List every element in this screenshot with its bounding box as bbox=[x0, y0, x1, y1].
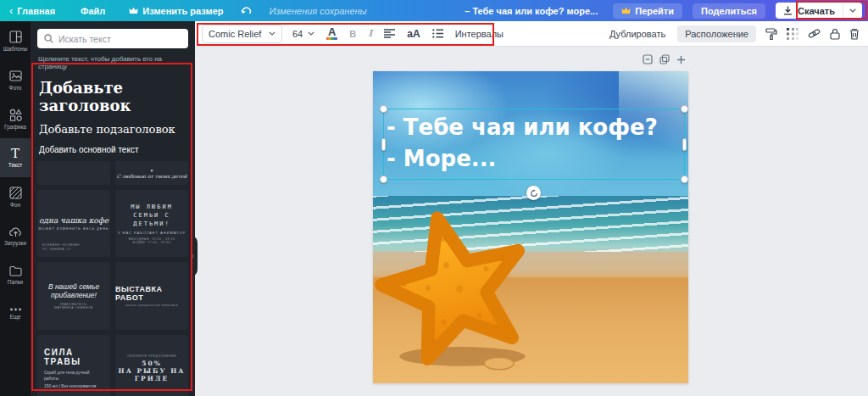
resize-handle-ne[interactable] bbox=[681, 105, 688, 113]
chevron-down-icon bbox=[849, 8, 856, 13]
document-title[interactable]: – Тебе чая или кофе? море... bbox=[465, 6, 598, 16]
text-template-card[interactable]: МЫ ЛЮБИМ СЕМЬИ С ДЕТЬМИ! У НАС РАБОТАЕТ … bbox=[115, 190, 188, 257]
sidebar-rail: Шаблоны Фото Графика T Текст Фон Загрузк… bbox=[0, 21, 31, 396]
search-box[interactable] bbox=[37, 29, 188, 48]
text-template-card[interactable]: В нашей семье прибавление! ЗНАКОМЬТЕСЬ, … bbox=[37, 262, 110, 330]
duplicate-button[interactable]: Дублировать bbox=[609, 29, 665, 39]
starfish-graphic bbox=[373, 203, 543, 377]
resize-handle-e[interactable] bbox=[682, 138, 687, 151]
chevron-down-icon bbox=[308, 31, 314, 36]
search-input[interactable] bbox=[58, 34, 169, 44]
link-icon bbox=[808, 28, 821, 39]
rotate-handle[interactable] bbox=[526, 186, 541, 200]
text-color-button[interactable]: A bbox=[326, 27, 337, 40]
back-chevron-icon: ‹ bbox=[9, 4, 13, 17]
page-actions bbox=[643, 54, 686, 64]
sidebar-item-more[interactable]: Еще bbox=[0, 294, 31, 333]
sidebar-item-folders[interactable]: Папки bbox=[0, 255, 31, 294]
link-button[interactable] bbox=[808, 28, 821, 39]
file-menu[interactable]: Файл bbox=[81, 6, 105, 16]
text-template-card[interactable] bbox=[37, 161, 110, 185]
delete-button[interactable] bbox=[849, 28, 860, 40]
chevron-down-icon bbox=[269, 31, 275, 36]
resize-handle-se[interactable] bbox=[681, 176, 688, 183]
duplicate-page-icon[interactable] bbox=[659, 54, 670, 64]
font-size-value: 64 bbox=[292, 29, 303, 39]
sidebar-item-templates[interactable]: Шаблоны bbox=[0, 21, 31, 60]
resize-label: Изменить размер bbox=[142, 6, 223, 16]
download-button[interactable]: Скачать bbox=[776, 3, 862, 19]
text-icon: T bbox=[11, 148, 19, 159]
crown-icon bbox=[129, 7, 138, 14]
download-options-button[interactable] bbox=[843, 3, 862, 19]
lock-icon bbox=[830, 28, 840, 40]
text-template-card[interactable]: ВЫСТАВКА РАБОТ школы акварельной живопис… bbox=[115, 262, 188, 330]
text-template-card[interactable]: СИЛА ТРАВЫ Скраб для тела ручной работы … bbox=[37, 335, 110, 396]
add-subheading-item[interactable]: Добавьте подзаголовок bbox=[39, 123, 186, 136]
background-icon bbox=[9, 187, 22, 199]
transparency-button[interactable] bbox=[787, 28, 798, 40]
font-family-select[interactable]: Comic Relief bbox=[202, 25, 282, 43]
canva-editor: ‹ Главная Файл Изменить размер Изменения… bbox=[0, 0, 868, 396]
text-template-card[interactable]: одна чашка кофе МОЖЕТ ИЗМЕНИТЬ ВЕСЬ ДЕНЬ… bbox=[37, 190, 110, 257]
graphics-icon bbox=[9, 109, 22, 121]
share-button[interactable]: Поделиться bbox=[693, 3, 765, 19]
bold-button[interactable]: B bbox=[349, 29, 356, 39]
sidebar-item-uploads[interactable]: Загрузки bbox=[0, 216, 31, 255]
list-button[interactable] bbox=[432, 29, 443, 38]
transparency-icon bbox=[787, 28, 798, 40]
crown-icon bbox=[621, 7, 631, 14]
selection-box bbox=[383, 109, 685, 180]
resize-handle-w[interactable] bbox=[381, 138, 386, 151]
download-icon bbox=[783, 6, 793, 15]
topbar: ‹ Главная Файл Изменить размер Изменения… bbox=[0, 0, 868, 21]
text-case-button[interactable]: aA bbox=[407, 28, 420, 40]
text-template-card[interactable]: ♥ С любовью от твоих детей bbox=[115, 161, 188, 185]
rainbow-bar bbox=[326, 37, 337, 40]
collapse-panel-button[interactable]: ‹ bbox=[188, 236, 198, 276]
go-label: Перейти bbox=[635, 6, 674, 16]
rotate-icon bbox=[530, 189, 538, 198]
notes-icon[interactable] bbox=[643, 54, 653, 64]
add-bodytext-item[interactable]: Добавить основной текст bbox=[39, 145, 186, 154]
copy-style-button[interactable] bbox=[765, 28, 777, 40]
text-template-grid: ♥ С любовью от твоих детей одна чашка ко… bbox=[37, 161, 188, 396]
italic-button[interactable]: I bbox=[368, 28, 372, 39]
text-color-icon: A bbox=[328, 27, 336, 36]
sidebar-item-text[interactable]: T Текст bbox=[0, 138, 31, 177]
uploads-icon bbox=[9, 226, 22, 237]
share-label: Поделиться bbox=[701, 6, 757, 16]
resize-handle-nw[interactable] bbox=[380, 105, 387, 113]
undo-icon bbox=[240, 6, 252, 16]
position-button[interactable]: Расположение bbox=[677, 25, 756, 42]
sidebar-item-photos[interactable]: Фото bbox=[0, 60, 31, 99]
align-left-icon bbox=[384, 29, 395, 38]
text-toolbar: Comic Relief 64 A B I aA Интервалы Дубли… bbox=[195, 21, 868, 47]
sidebar-item-graphics[interactable]: Графика bbox=[0, 99, 31, 138]
resize-handle-sw[interactable] bbox=[380, 176, 387, 183]
paint-roller-icon bbox=[765, 28, 777, 40]
collapse-chevron-icon: ‹ bbox=[192, 252, 194, 260]
file-label: Файл bbox=[81, 6, 105, 16]
add-heading-item[interactable]: Добавьте заголовок bbox=[39, 79, 186, 114]
more-icon bbox=[9, 308, 22, 311]
text-panel: Щелкните текст, чтобы добавить его на ст… bbox=[31, 21, 195, 396]
trash-icon bbox=[849, 28, 860, 40]
font-size-select[interactable]: 64 bbox=[292, 29, 314, 39]
sidebar-item-background[interactable]: Фон bbox=[0, 177, 31, 216]
resize-button[interactable]: Изменить размер bbox=[129, 6, 223, 16]
photos-icon bbox=[9, 70, 22, 82]
templates-icon bbox=[9, 31, 22, 43]
search-icon bbox=[44, 34, 53, 43]
home-button[interactable]: ‹ Главная bbox=[9, 4, 55, 17]
folders-icon bbox=[9, 265, 22, 276]
text-template-card[interactable]: СЕЗОННОЕ ПРЕДЛОЖЕНИЕ 50% НА РЫБУ НА ГРИЛ… bbox=[115, 335, 188, 396]
go-button[interactable]: Перейти bbox=[613, 3, 682, 19]
add-page-icon[interactable] bbox=[676, 55, 686, 64]
spacing-button[interactable]: Интервалы bbox=[455, 29, 504, 39]
lock-button[interactable] bbox=[830, 28, 840, 40]
align-button[interactable] bbox=[384, 29, 395, 38]
undo-button[interactable] bbox=[240, 6, 252, 16]
save-status: Изменения сохранены bbox=[269, 6, 366, 16]
list-icon bbox=[432, 29, 443, 38]
